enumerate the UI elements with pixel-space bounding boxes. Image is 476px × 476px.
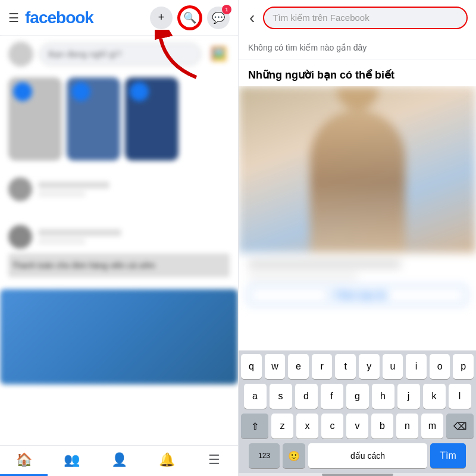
keyboard: q w e r t y u i o p a s d f g h j k l ⇧ … — [239, 350, 476, 473]
user-avatar — [8, 42, 33, 67]
status-input[interactable]: Bạn đang nghĩ gì? — [39, 43, 201, 65]
key-h[interactable]: h — [372, 384, 394, 409]
add-friend-button[interactable]: + Thêm bạn bè — [248, 286, 466, 305]
story-card-1[interactable] — [8, 77, 62, 161]
nav-friends[interactable]: 👥 — [48, 446, 95, 476]
key-n[interactable]: n — [396, 414, 418, 439]
key-s[interactable]: s — [270, 384, 292, 409]
story-row — [0, 73, 238, 165]
post-author-time-2 — [38, 239, 86, 245]
key-x[interactable]: x — [296, 414, 318, 439]
suggestion-info-row: + Thêm bạn bè — [239, 253, 476, 312]
left-panel: ☰ facebook + 🔍 💬 1 Bạn đang nghĩ gì? 🖼️ — [0, 0, 238, 476]
messenger-button[interactable]: 💬 1 — [207, 7, 230, 29]
messenger-badge: 1 — [222, 5, 231, 14]
feed-post-2: Thanh toán cho đơn hàng viên cá sớm — [0, 218, 238, 289]
status-bar: Bạn đang nghĩ gì? 🖼️ — [0, 36, 238, 73]
post-image-wrapper — [0, 289, 238, 384]
keyboard-row-2: a s d f g h j k l — [241, 384, 474, 409]
post-avatar-1 — [8, 177, 32, 201]
key-r[interactable]: r — [312, 354, 333, 379]
hamburger-icon[interactable]: ☰ — [8, 11, 19, 25]
story-avatar-1 — [13, 82, 32, 101]
post-author-row — [8, 177, 230, 201]
post-avatar-2 — [8, 225, 32, 249]
key-o[interactable]: o — [430, 354, 450, 379]
key-t[interactable]: t — [335, 354, 356, 379]
key-e[interactable]: e — [288, 354, 309, 379]
left-header-left: ☰ facebook — [8, 8, 93, 27]
back-button[interactable]: ‹ — [247, 6, 257, 30]
suggestion-image — [239, 86, 476, 253]
post-image — [0, 289, 238, 384]
key-v[interactable]: v — [346, 414, 368, 439]
key-w[interactable]: w — [265, 354, 286, 379]
emoji-key[interactable]: 🙂 — [283, 443, 305, 468]
left-feed-content: Bạn đang nghĩ gì? 🖼️ — [0, 36, 238, 445]
story-card-2[interactable] — [67, 77, 120, 161]
key-a[interactable]: a — [244, 384, 267, 409]
right-header: ‹ Tìm kiếm trên Facebook — [239, 0, 476, 36]
left-header: ☰ facebook + 🔍 💬 1 — [0, 0, 238, 36]
delete-key[interactable]: ⌫ — [446, 414, 474, 439]
post-author-time — [38, 191, 86, 197]
key-p[interactable]: p — [453, 354, 474, 379]
nav-bell[interactable]: 🔔 — [143, 446, 190, 476]
suggestion-area: + Thêm bạn bè — [239, 86, 476, 350]
search-input-box[interactable]: Tìm kiếm trên Facebook — [263, 7, 468, 29]
facebook-logo: facebook — [25, 8, 93, 27]
search-placeholder: Tìm kiếm trên Facebook — [273, 12, 369, 23]
home-bar — [322, 474, 393, 476]
post-author-info — [38, 181, 230, 197]
person-head — [337, 86, 378, 110]
suggestion-blurred: + Thêm bạn bè — [239, 86, 476, 350]
key-i[interactable]: i — [406, 354, 427, 379]
key-f[interactable]: f — [321, 384, 343, 409]
story-avatar-2 — [71, 82, 90, 101]
search-button[interactable]: 🔍 — [178, 7, 201, 29]
key-b[interactable]: b — [371, 414, 393, 439]
key-z[interactable]: z — [271, 414, 293, 439]
person-shape — [310, 110, 405, 253]
shift-key[interactable]: ⇧ — [241, 414, 268, 439]
nav-menu[interactable]: ☰ — [190, 446, 238, 476]
keyboard-row-4: 123 🙂 dấu cách Tìm — [241, 443, 474, 468]
key-d[interactable]: d — [295, 384, 318, 409]
photo-icon[interactable]: 🖼️ — [207, 43, 230, 65]
post-author-name — [38, 181, 109, 189]
key-q[interactable]: q — [241, 354, 262, 379]
home-indicator — [239, 473, 476, 476]
right-panel: ‹ Tìm kiếm trên Facebook Không có tìm ki… — [238, 0, 476, 476]
people-section-title: Những người bạn có thể biết — [239, 60, 476, 86]
keyboard-row-3: ⇧ z x c v b n m ⌫ — [241, 414, 474, 439]
nav-home[interactable]: 🏠 — [0, 446, 48, 476]
suggestion-card — [239, 86, 476, 253]
story-avatar-3 — [130, 82, 149, 101]
key-u[interactable]: u — [383, 354, 403, 379]
story-card-3[interactable] — [125, 77, 178, 161]
key-c[interactable]: c — [321, 414, 343, 439]
key-j[interactable]: j — [397, 384, 420, 409]
key-m[interactable]: m — [421, 414, 443, 439]
left-bottom-nav: 🏠 👥 👤 🔔 ☰ — [0, 445, 238, 476]
numbers-key[interactable]: 123 — [249, 443, 280, 468]
no-recent-label: Không có tìm kiếm nào gần đây — [239, 36, 476, 60]
status-placeholder: Bạn đang nghĩ gì? — [48, 49, 121, 60]
feed-post-1 — [0, 170, 238, 213]
key-k[interactable]: k — [423, 384, 446, 409]
key-g[interactable]: g — [346, 384, 369, 409]
keyboard-row-1: q w e r t y u i o p — [241, 354, 474, 379]
space-key[interactable]: dấu cách — [308, 443, 427, 468]
key-y[interactable]: y — [359, 354, 380, 379]
add-button[interactable]: + — [150, 7, 173, 29]
return-key[interactable]: Tìm — [430, 443, 466, 468]
post-author-info-2 — [38, 229, 230, 245]
post-author-name-2 — [38, 229, 121, 236]
suggestion-mutual-placeholder — [248, 273, 358, 280]
post-author-row-2 — [8, 225, 230, 249]
post-text-2: Thanh toán cho đơn hàng viên cá sớm — [8, 253, 230, 277]
nav-profile[interactable]: 👤 — [95, 446, 143, 476]
suggestion-name-placeholder — [248, 260, 401, 268]
left-header-right: + 🔍 💬 1 — [150, 7, 230, 29]
key-l[interactable]: l — [449, 384, 471, 409]
